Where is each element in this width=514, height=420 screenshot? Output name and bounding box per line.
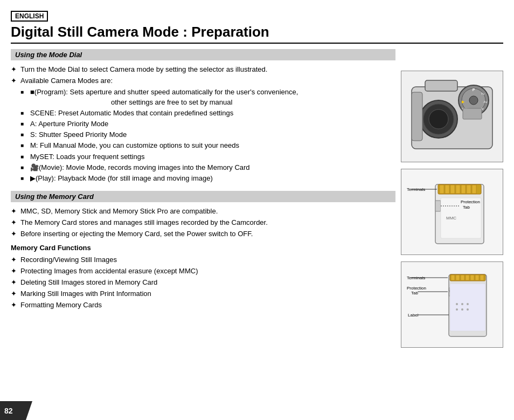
sub-item-movie: ■ 🎥(Movie): Movie Mode, records moving i… (20, 163, 395, 173)
cross-icon7: ✦ (11, 266, 18, 276)
page-number-area: 82 (0, 401, 32, 420)
svg-rect-15 (463, 108, 482, 119)
svg-text:Tab: Tab (411, 291, 418, 295)
sq-bullet8: ■ (20, 175, 28, 182)
section-mode-dial: Using the Mode Dial ✦ Turn the Mode Dial… (11, 49, 395, 183)
sub-item-play: ■ ▶(Play): Playback Mode (for still imag… (20, 174, 395, 183)
svg-point-49 (456, 308, 458, 311)
svg-text:Tv: Tv (481, 92, 485, 95)
svg-text:Tab: Tab (463, 205, 470, 210)
sub-item-shutter: ■ S: Shutter Speed Priority Mode (20, 130, 395, 140)
page-number: 82 (4, 407, 13, 415)
mc-bullet2: ✦ The Memory Card stores and manages sti… (11, 218, 395, 228)
sq-bullet7: ■ (20, 164, 28, 171)
sub-list: ■ ■(Program): Sets aperture and shutter … (20, 87, 395, 183)
section-memory-card: Using the Memory Card ✦ MMC, SD, Memory … (11, 191, 395, 311)
cross-icon10: ✦ (11, 300, 18, 310)
func-bullet3: ✦ Deleting Still Images stored in Memory… (11, 278, 395, 287)
svg-rect-25 (472, 185, 476, 194)
sub-item-manual: ■ M: Full Manual Mode, you can customize… (20, 141, 395, 150)
sub-item-program: ■ ■(Program): Sets aperture and shutter … (20, 87, 395, 107)
sq-bullet5: ■ (20, 142, 28, 149)
memory-card-image1: MMC Terminals Protection Tab (401, 169, 503, 255)
func-bullet2: ✦ Protecting Images from accidental eras… (11, 266, 395, 276)
svg-point-14 (429, 109, 448, 129)
sub-item-aperture: ■ A: Aperture Priority Mode (20, 119, 395, 129)
svg-point-47 (461, 303, 463, 305)
svg-rect-1 (425, 80, 457, 91)
svg-text:Terminals: Terminals (407, 187, 425, 192)
functions-header: Memory Card Functions (11, 244, 395, 252)
sub-item-myset: ■ MySET: Loads your frequent settings (20, 152, 395, 162)
svg-rect-23 (461, 185, 466, 194)
cross-icon5: ✦ (11, 229, 18, 239)
svg-rect-16 (412, 92, 422, 141)
svg-point-50 (461, 308, 463, 311)
page-container: ENGLISH Digital Still Camera Mode : Prep… (0, 0, 514, 420)
english-badge: ENGLISH (11, 11, 48, 22)
cross-icon4: ✦ (11, 218, 18, 228)
svg-text:MMC: MMC (446, 216, 456, 221)
mc-bullet1: ✦ MMC, SD, Memory Stick and Memory Stick… (11, 206, 395, 216)
svg-text:Terminals: Terminals (407, 276, 425, 280)
sq-bullet: ■ (20, 88, 28, 96)
sq-bullet6: ■ (20, 153, 28, 161)
func-bullet4: ✦ Marking Still Images with Print Inform… (11, 289, 395, 299)
svg-rect-26 (435, 201, 441, 211)
func-bullet1: ✦ Recording/Viewing Still Images (11, 255, 395, 265)
svg-rect-38 (461, 275, 464, 280)
svg-text:Protection: Protection (407, 286, 426, 291)
bullet1: ✦ Turn the Mode Dial to select Camera mo… (11, 65, 395, 74)
sq-bullet2: ■ (20, 109, 28, 117)
svg-rect-45 (450, 284, 485, 331)
section2-header: Using the Memory Card (11, 191, 395, 202)
camera-dial-image: P Tv Av M A-DEP SCN ▶ (401, 71, 503, 162)
sub-item-scene: ■ SCENE: Preset Automatic Modes that con… (20, 108, 395, 118)
cross-icon2: ✦ (11, 76, 18, 86)
svg-rect-42 (480, 275, 484, 280)
sq-bullet4: ■ (20, 131, 28, 139)
svg-rect-21 (450, 185, 455, 194)
cross-icon9: ✦ (11, 289, 18, 299)
svg-rect-40 (470, 275, 474, 280)
left-column: Using the Mode Dial ✦ Turn the Mode Dial… (11, 49, 395, 348)
svg-text:Av: Av (484, 100, 488, 104)
cross-icon3: ✦ (11, 206, 18, 216)
svg-text:Protection: Protection (461, 199, 480, 204)
cross-icon8: ✦ (11, 278, 18, 287)
mc-bullet3: ✦ Before inserting or ejecting the Memor… (11, 229, 395, 239)
svg-rect-37 (456, 275, 460, 280)
cross-icon: ✦ (11, 65, 18, 74)
svg-text:Label: Label (408, 313, 419, 318)
bullet2: ✦ Available Camera Modes are: (11, 76, 395, 86)
svg-text:P: P (473, 88, 475, 92)
svg-rect-41 (475, 275, 479, 280)
svg-rect-39 (466, 275, 469, 280)
svg-rect-19 (440, 185, 444, 194)
sq-bullet3: ■ (20, 120, 28, 128)
svg-point-51 (467, 308, 469, 311)
memory-card-image2: Terminals Protection Tab Label (401, 261, 503, 348)
svg-rect-20 (445, 185, 449, 194)
right-images: P Tv Av M A-DEP SCN ▶ (401, 49, 503, 348)
func-bullet5: ✦ Formatting Memory Cards (11, 300, 395, 310)
svg-rect-22 (456, 185, 460, 194)
svg-point-48 (467, 303, 469, 305)
section1-header: Using the Mode Dial (11, 49, 395, 60)
svg-point-46 (456, 303, 458, 305)
page-title: Digital Still Camera Mode : Preparation (11, 24, 503, 44)
svg-point-11 (469, 96, 478, 105)
cross-icon6: ✦ (11, 255, 18, 265)
svg-rect-36 (451, 275, 455, 280)
svg-rect-24 (467, 185, 471, 194)
